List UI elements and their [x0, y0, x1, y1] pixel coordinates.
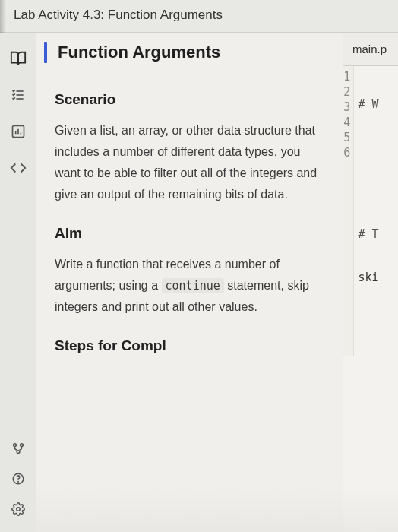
line-number: 5 [343, 130, 353, 145]
code-icon[interactable] [0, 150, 36, 186]
page-title: Function Arguments [58, 43, 220, 62]
code-line[interactable] [354, 313, 398, 329]
code-line[interactable]: # W [354, 97, 398, 112]
aim-heading: Aim [55, 225, 327, 242]
gear-icon[interactable] [0, 494, 36, 524]
code-editor[interactable]: 1 2 3 4 5 6 # W # T ski [343, 66, 398, 356]
sidebar [0, 33, 36, 532]
editor-pane: main.p 1 2 3 4 5 6 # W # T ski [343, 33, 398, 532]
steps-heading: Steps for Compl [55, 337, 327, 354]
svg-point-7 [13, 444, 16, 447]
svg-point-11 [17, 481, 18, 482]
aim-text: Write a function that receives a number … [55, 254, 327, 318]
sidebar-bottom [0, 433, 36, 524]
content-area: Function Arguments Scenario Given a list… [36, 33, 398, 532]
help-icon[interactable] [0, 464, 36, 494]
instructions-pane: Function Arguments Scenario Given a list… [36, 33, 343, 532]
svg-point-9 [17, 451, 20, 454]
line-number: 2 [343, 84, 353, 100]
code-line[interactable]: ski [354, 270, 398, 286]
continue-code: continue [162, 278, 224, 293]
book-icon[interactable] [0, 40, 36, 77]
scenario-text: Given a list, an array, or other data st… [55, 120, 327, 205]
tab-main[interactable]: main.p [343, 33, 398, 66]
line-number: 3 [343, 100, 353, 115]
code-line[interactable]: # T [354, 226, 398, 242]
svg-point-12 [16, 508, 20, 511]
checklist-icon[interactable] [0, 77, 36, 113]
lab-header: Lab Activity 4.3: Function Arguments [0, 0, 398, 32]
line-number: 4 [343, 115, 353, 130]
svg-point-8 [20, 444, 23, 447]
line-number: 6 [343, 145, 353, 160]
code-line[interactable] [354, 140, 398, 156]
line-number: 1 [343, 69, 353, 84]
scenario-heading: Scenario [55, 91, 327, 108]
lab-prefix: Lab Activity 4.3: [14, 8, 104, 22]
code-line[interactable] [354, 183, 398, 199]
line-gutter: 1 2 3 4 5 6 [343, 66, 354, 356]
main-content: Function Arguments Scenario Given a list… [0, 32, 398, 532]
bar-chart-icon[interactable] [0, 113, 36, 150]
branch-icon[interactable] [0, 433, 36, 464]
instructions-body: Scenario Given a list, an array, or othe… [36, 74, 343, 354]
instructions-header: Function Arguments [36, 33, 343, 74]
header-accent [44, 42, 47, 63]
lab-title: Function Arguments [108, 8, 223, 22]
code-lines[interactable]: # W # T ski [354, 66, 398, 356]
